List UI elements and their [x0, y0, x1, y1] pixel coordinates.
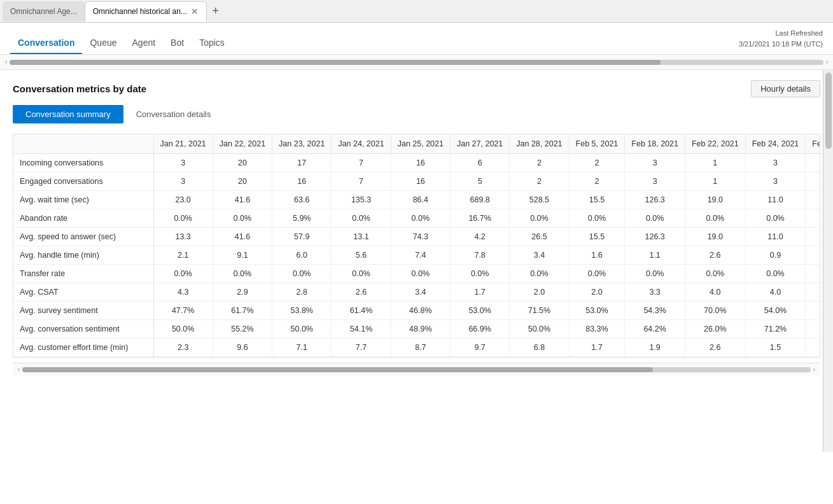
hourly-details-button[interactable]: Hourly details [751, 80, 820, 97]
table-cell-4-0: 13.3 [153, 228, 213, 246]
table-cell-1-8: 3 [625, 172, 685, 191]
table-cell-10-7: 1.7 [569, 339, 625, 357]
table-cell-metric-1: Engaged conversations [13, 172, 153, 191]
table-cell-4-8: 126.3 [625, 228, 685, 246]
table-col-header-Feb-5--2021: Feb 5, 2021 [569, 134, 625, 154]
browser-tab-bar: Omnichannel Age... Omnichannel historica… [0, 0, 833, 23]
table-row: Avg. survey sentiment47.7%61.7%53.8%61.4… [13, 302, 820, 320]
table-cell-5-0: 2.1 [153, 246, 213, 265]
tab-agent[interactable]: Agent [125, 23, 164, 54]
table-cell-9-3: 54.1% [332, 320, 391, 339]
add-tab-button[interactable]: + [207, 3, 225, 20]
table-cell-2-8: 126.3 [625, 191, 685, 209]
table-cell-3-2: 5.9% [272, 209, 332, 228]
table-col-header-Jan-28--2021: Jan 28, 2021 [510, 134, 569, 154]
table-row: Avg. speed to answer (sec)13.341.657.913… [13, 228, 820, 246]
table-cell-metric-5: Avg. handle time (min) [13, 246, 153, 265]
table-cell-9-2: 50.0% [272, 320, 332, 339]
table-col-header-Jan-27--2021: Jan 27, 2021 [450, 134, 509, 154]
table-cell-0-7: 2 [569, 154, 625, 172]
table-cell-0-5: 6 [450, 154, 509, 172]
table-cell-metric-6: Transfer rate [13, 265, 153, 283]
close-icon[interactable]: ✕ [191, 6, 199, 17]
table-cell-10-11: 6.3 [806, 339, 820, 357]
table-cell-8-9: 70.0% [685, 302, 745, 320]
table-cell-0-0: 3 [153, 154, 213, 172]
section-header: Conversation metrics by date Hourly deta… [13, 80, 820, 97]
table-row: Avg. conversation sentiment50.0%55.2%50.… [13, 320, 820, 339]
table-cell-2-1: 41.6 [213, 191, 272, 209]
table-cell-2-5: 689.8 [450, 191, 509, 209]
nav-tabs: Conversation Queue Agent Bot Topics [10, 23, 232, 54]
table-cell-3-3: 0.0% [332, 209, 391, 228]
table-cell-0-6: 2 [510, 154, 569, 172]
table-cell-6-0: 0.0% [153, 265, 213, 283]
table-cell-1-6: 2 [510, 172, 569, 191]
table-cell-6-2: 0.0% [272, 265, 332, 283]
table-cell-9-10: 71.2% [745, 320, 806, 339]
table-header: Jan 21, 2021Jan 22, 2021Jan 23, 2021Jan … [13, 134, 820, 154]
table-col-header-Feb-22--2021: Feb 22, 2021 [685, 134, 745, 154]
table-cell-2-7: 15.5 [569, 191, 625, 209]
tab-queue[interactable]: Queue [82, 23, 124, 54]
table-cell-6-11: 0.0% [806, 265, 820, 283]
table-cell-metric-10: Avg. customer effort time (min) [13, 339, 153, 357]
sub-tab-details[interactable]: Conversation details [123, 105, 224, 123]
sub-tab-summary[interactable]: Conversation summary [13, 105, 123, 123]
tab-bot[interactable]: Bot [163, 23, 192, 54]
browser-tab-2-label: Omnichannel historical an... [93, 7, 187, 16]
table-cell-0-9: 1 [685, 154, 745, 172]
browser-tab-1[interactable]: Omnichannel Age... [3, 1, 85, 22]
table-cell-7-2: 2.8 [272, 283, 332, 302]
table-cell-6-9: 0.0% [685, 265, 745, 283]
bottom-scroll-left-icon[interactable]: ‹ [18, 366, 20, 373]
table-cell-4-4: 74.3 [391, 228, 450, 246]
table-cell-8-0: 47.7% [153, 302, 213, 320]
top-scrollbar: ‹ › [0, 55, 833, 70]
scroll-track[interactable] [10, 60, 823, 65]
table-cell-7-11: 3.6 [806, 283, 820, 302]
table-cell-5-5: 7.8 [450, 246, 509, 265]
table-cell-4-5: 4.2 [450, 228, 509, 246]
scroll-right-icon[interactable]: › [826, 59, 828, 66]
table-col-header-Jan-22--2021: Jan 22, 2021 [213, 134, 272, 154]
table-cell-4-7: 15.5 [569, 228, 625, 246]
table-row: Avg. customer effort time (min)2.39.67.1… [13, 339, 820, 357]
scroll-thumb [10, 60, 661, 65]
table-cell-6-1: 0.0% [213, 265, 272, 283]
table-cell-metric-2: Avg. wait time (sec) [13, 191, 153, 209]
table-cell-8-10: 54.0% [745, 302, 806, 320]
table-cell-9-8: 64.2% [625, 320, 685, 339]
table-cell-6-3: 0.0% [332, 265, 391, 283]
table-cell-10-6: 6.8 [510, 339, 569, 357]
metrics-table: Jan 21, 2021Jan 22, 2021Jan 23, 2021Jan … [13, 134, 820, 357]
bottom-scroll-thumb [22, 367, 653, 372]
right-scrollbar-thumb [825, 73, 832, 149]
table-col-header-Jan-21--2021: Jan 21, 2021 [153, 134, 213, 154]
table-cell-9-9: 26.0% [685, 320, 745, 339]
last-refreshed: Last Refreshed 3/21/2021 10:18 PM (UTC) [739, 28, 823, 49]
table-cell-1-10: 3 [745, 172, 806, 191]
table-cell-3-11: 0.0% [806, 209, 820, 228]
tab-conversation[interactable]: Conversation [10, 23, 82, 54]
table-cell-1-9: 1 [685, 172, 745, 191]
table-cell-2-9: 19.0 [685, 191, 745, 209]
table-cell-4-9: 19.0 [685, 228, 745, 246]
right-scrollbar[interactable] [823, 70, 833, 452]
browser-tab-2[interactable]: Omnichannel historical an... ✕ [85, 1, 207, 22]
table-cell-6-6: 0.0% [510, 265, 569, 283]
scroll-left-icon[interactable]: ‹ [5, 59, 7, 66]
bottom-scroll-track[interactable] [22, 367, 810, 372]
table-cell-3-6: 0.0% [510, 209, 569, 228]
table-cell-1-7: 2 [569, 172, 625, 191]
table-col-header-Feb-25--2021: Feb 25, 2021 [806, 134, 820, 154]
table-cell-1-4: 16 [391, 172, 450, 191]
bottom-scroll-right-icon[interactable]: › [813, 366, 815, 373]
tab-topics[interactable]: Topics [192, 23, 232, 54]
table-cell-0-4: 16 [391, 154, 450, 172]
table-cell-7-6: 2.0 [510, 283, 569, 302]
table-cell-8-5: 53.0% [450, 302, 509, 320]
table-row: Avg. CSAT4.32.92.82.63.41.72.02.03.34.04… [13, 283, 820, 302]
table-cell-8-8: 54.3% [625, 302, 685, 320]
table-cell-10-9: 2.6 [685, 339, 745, 357]
